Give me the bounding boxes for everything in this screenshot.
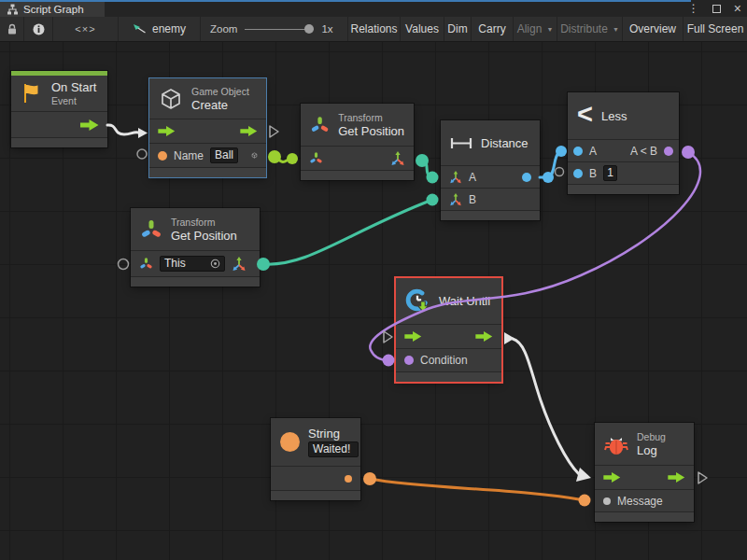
condition-input-port[interactable] bbox=[404, 356, 414, 365]
zoom-slider-track bbox=[245, 29, 314, 31]
node-on-start-event[interactable]: On Start Event bbox=[11, 71, 107, 147]
tab-bar: Script Graph ⋮ × bbox=[0, 0, 747, 17]
lock-icon bbox=[7, 23, 18, 35]
cube-icon bbox=[159, 87, 183, 111]
vector-input-port-icon[interactable] bbox=[449, 193, 462, 206]
relations-button[interactable]: Relations bbox=[348, 17, 401, 41]
value-ports-icon: <×> bbox=[75, 23, 95, 35]
node-footer bbox=[595, 511, 694, 522]
close-icon[interactable]: × bbox=[734, 1, 741, 16]
vector-input-port-icon[interactable] bbox=[449, 171, 462, 184]
name-value-field[interactable]: Ball bbox=[210, 147, 238, 163]
zoom-value: 1x bbox=[321, 23, 332, 35]
distance-output-port[interactable] bbox=[522, 173, 531, 182]
window-menu-icon[interactable]: ⋮ bbox=[688, 1, 699, 16]
less-icon: < bbox=[577, 101, 593, 128]
less-b-port[interactable] bbox=[573, 169, 583, 178]
zoom-control: Zoom 1x bbox=[201, 17, 348, 41]
node-title: On Start bbox=[51, 80, 96, 94]
zoom-slider[interactable] bbox=[245, 24, 314, 35]
port-a-label: A bbox=[589, 145, 597, 158]
node-title: Distance bbox=[481, 136, 529, 150]
transform-icon bbox=[310, 114, 330, 136]
distribute-button[interactable]: Distribute▼ bbox=[557, 17, 623, 41]
node-footer bbox=[131, 276, 260, 287]
less-a-port[interactable] bbox=[573, 147, 583, 156]
caret-down-icon: ▼ bbox=[613, 26, 619, 33]
position-output-port-icon[interactable] bbox=[390, 151, 405, 166]
node-title: Create bbox=[191, 98, 249, 112]
node-title: Log bbox=[637, 443, 666, 457]
node-category: Debug bbox=[637, 431, 666, 442]
less-output-label: A < B bbox=[630, 145, 657, 158]
zoom-label: Zoom bbox=[210, 23, 237, 35]
game-object-output-port-icon[interactable] bbox=[251, 148, 258, 162]
condition-label: Condition bbox=[420, 354, 468, 367]
graph-breadcrumb[interactable]: enemy bbox=[119, 17, 201, 41]
value-ports-toggle-button[interactable]: <×> bbox=[53, 17, 119, 41]
target-value-field[interactable]: This bbox=[160, 256, 225, 272]
flow-output-port[interactable] bbox=[668, 472, 685, 483]
node-less[interactable]: < Less A A < B B 1 bbox=[568, 92, 679, 194]
node-footer bbox=[11, 137, 107, 147]
full-screen-button[interactable]: Full Screen bbox=[684, 17, 747, 41]
node-title: Get Position bbox=[171, 229, 237, 243]
carry-button[interactable]: Carry bbox=[472, 17, 514, 41]
node-get-position-1[interactable]: Transform Get Position bbox=[301, 104, 414, 180]
graph-name: enemy bbox=[152, 22, 186, 35]
transform-input-port-icon[interactable] bbox=[309, 151, 323, 165]
object-picker-icon[interactable] bbox=[210, 259, 220, 269]
info-button[interactable] bbox=[24, 17, 53, 41]
node-get-position-2[interactable]: Transform Get Position This bbox=[131, 208, 260, 287]
bug-icon bbox=[604, 432, 628, 456]
node-footer bbox=[301, 170, 414, 180]
node-subtitle: Event bbox=[51, 95, 96, 106]
string-output-port[interactable] bbox=[345, 475, 352, 483]
align-button[interactable]: Align▼ bbox=[514, 17, 557, 41]
less-output-port[interactable] bbox=[664, 147, 673, 156]
graph-hierarchy-icon bbox=[7, 4, 19, 15]
lock-button[interactable] bbox=[0, 17, 24, 41]
flow-input-port[interactable] bbox=[158, 126, 176, 136]
graph-pointer-icon bbox=[133, 23, 147, 35]
maximize-icon[interactable] bbox=[712, 5, 721, 13]
string-value-field[interactable]: Waited! bbox=[308, 441, 359, 457]
distance-icon bbox=[450, 137, 472, 149]
string-icon bbox=[280, 432, 300, 452]
toolbar: <×> enemy Zoom 1x Relations Values Dim C… bbox=[0, 17, 747, 42]
node-footer bbox=[149, 167, 266, 177]
transform-input-port-icon[interactable] bbox=[139, 257, 153, 271]
focus-highlight-line bbox=[0, 0, 691, 2]
node-debug-log[interactable]: Debug Log Message bbox=[595, 423, 694, 522]
graph-canvas[interactable]: On Start Event Game Object Create bbox=[0, 42, 747, 560]
node-game-object-create[interactable]: Game Object Create Name Ball bbox=[149, 78, 266, 177]
b-value-field[interactable]: 1 bbox=[603, 165, 617, 181]
flow-output-port[interactable] bbox=[240, 126, 258, 136]
zoom-slider-handle[interactable] bbox=[304, 24, 314, 34]
node-string[interactable]: String Waited! bbox=[271, 418, 360, 500]
node-footer bbox=[441, 210, 540, 220]
node-title: Less bbox=[601, 109, 627, 123]
flow-output-port[interactable] bbox=[475, 331, 493, 342]
dim-button[interactable]: Dim bbox=[444, 17, 472, 41]
node-footer bbox=[271, 490, 360, 500]
node-title: Wait Until bbox=[439, 294, 490, 308]
node-wait-until[interactable]: Wait Until Condition bbox=[396, 278, 501, 382]
node-distance[interactable]: Distance A B bbox=[441, 120, 540, 220]
script-graph-window: Script Graph ⋮ × <×> bbox=[0, 0, 747, 560]
name-input-port[interactable] bbox=[158, 151, 167, 161]
overview-button[interactable]: Overview bbox=[623, 17, 684, 41]
caret-down-icon: ▼ bbox=[546, 26, 553, 33]
name-port-label: Name bbox=[174, 149, 204, 162]
flag-icon bbox=[21, 82, 43, 105]
values-button[interactable]: Values bbox=[401, 17, 444, 41]
port-b-label: B bbox=[589, 167, 597, 180]
flow-output-port[interactable] bbox=[80, 119, 99, 131]
position-output-port-icon[interactable] bbox=[232, 257, 247, 272]
tab-script-graph[interactable]: Script Graph bbox=[0, 2, 105, 17]
message-input-port[interactable] bbox=[603, 497, 611, 505]
node-category: Transform bbox=[338, 112, 404, 123]
flow-input-port[interactable] bbox=[603, 472, 621, 483]
flow-input-port[interactable] bbox=[404, 331, 422, 342]
port-b-label: B bbox=[469, 193, 476, 206]
